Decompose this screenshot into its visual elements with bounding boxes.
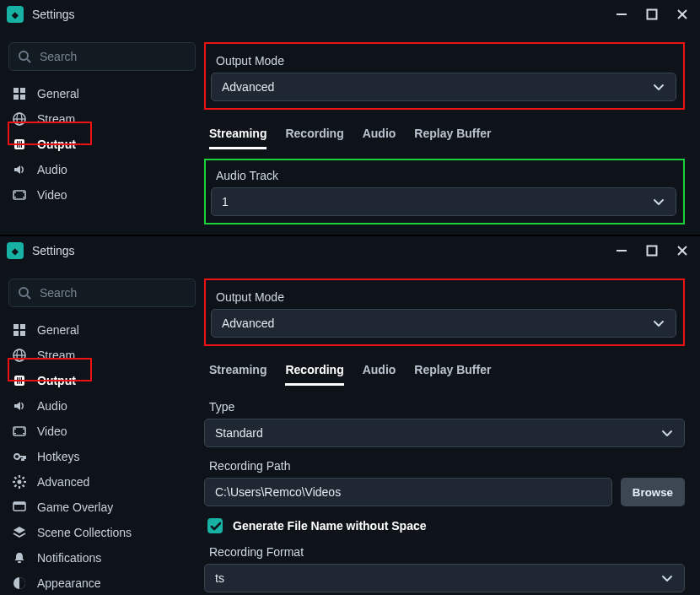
output-tabs: Streaming Recording Audio Replay Buffer — [204, 358, 685, 387]
audio-track-select[interactable]: 1 — [211, 187, 676, 216]
grid-icon — [12, 86, 27, 101]
browse-button[interactable]: Browse — [621, 478, 685, 506]
sidebar-item-label: Notifications — [37, 551, 101, 565]
sidebar-item-label: Game Overlay — [37, 500, 113, 514]
highlight-output-mode: Output Mode Advanced — [204, 42, 685, 110]
chevron-down-icon — [652, 195, 665, 208]
recording-format-value: ts — [215, 571, 224, 585]
window-title: Settings — [32, 8, 614, 21]
sidebar-item-scene-collections[interactable]: Scene Collections — [8, 520, 196, 545]
titlebar: ◆ Settings — [0, 0, 700, 29]
sidebar-item-label: Hotkeys — [37, 450, 80, 463]
recording-path-input[interactable]: C:\Users\Remco\Videos — [204, 478, 612, 506]
sidebar-item-label: Appearance — [37, 576, 101, 590]
close-button[interactable] — [675, 7, 690, 22]
bell-icon — [12, 550, 27, 565]
audio-track-label: Audio Track — [211, 164, 676, 187]
speaker-icon — [12, 398, 27, 414]
type-label: Type — [204, 395, 685, 419]
generate-filename-checkbox[interactable] — [207, 518, 223, 533]
sidebar-item-label: Audio — [37, 399, 67, 413]
gear-icon — [12, 474, 27, 490]
main-panel: Output Mode Advanced Streaming Recording… — [204, 265, 700, 595]
grid-icon — [12, 322, 27, 338]
sidebar-item-audio[interactable]: Audio — [8, 157, 196, 182]
film-icon — [12, 187, 27, 203]
sidebar-item-label: General — [37, 87, 79, 100]
maximize-button[interactable] — [644, 243, 660, 258]
type-value: Standard — [215, 426, 263, 440]
tab-audio[interactable]: Audio — [363, 363, 396, 386]
sidebar-item-game-overlay[interactable]: Game Overlay — [8, 495, 196, 520]
sidebar-item-appearance[interactable]: Appearance — [8, 571, 196, 595]
sidebar-item-label: Advanced — [37, 475, 89, 489]
sidebar-item-advanced[interactable]: Advanced — [8, 469, 196, 495]
minimize-button[interactable] — [614, 7, 629, 22]
tab-audio[interactable]: Audio — [363, 127, 396, 149]
sidebar-item-video[interactable]: Video — [8, 182, 196, 208]
tab-streaming[interactable]: Streaming — [209, 363, 267, 386]
output-mode-select[interactable]: Advanced — [211, 309, 676, 338]
recording-path-label: Recording Path — [204, 454, 685, 478]
close-button[interactable] — [675, 243, 690, 258]
tab-recording[interactable]: Recording — [285, 127, 343, 149]
highlight-output-mode: Output Mode Advanced — [204, 279, 685, 346]
minimize-button[interactable] — [614, 243, 629, 258]
output-mode-label: Output Mode — [211, 285, 676, 309]
output-mode-select[interactable]: Advanced — [211, 73, 676, 101]
output-tabs: Streaming Recording Audio Replay Buffer — [204, 122, 685, 150]
chevron-down-icon — [652, 80, 665, 94]
sidebar-item-general[interactable]: General — [8, 81, 196, 106]
output-icon — [12, 373, 27, 388]
tab-replay-buffer[interactable]: Replay Buffer — [414, 363, 491, 386]
chevron-down-icon — [660, 426, 674, 440]
sidebar-item-label: Output — [37, 374, 76, 387]
titlebar: ◆ Settings — [0, 236, 700, 265]
appearance-icon — [12, 576, 27, 591]
speaker-icon — [12, 162, 27, 177]
search-input[interactable] — [8, 42, 196, 71]
recording-format-select[interactable]: ts — [204, 564, 685, 592]
overlay-icon — [12, 500, 27, 515]
output-mode-value: Advanced — [222, 80, 274, 94]
main-panel: Output Mode Advanced Streaming Recording… — [204, 29, 700, 235]
sidebar-item-label: Stream — [37, 112, 75, 126]
app-icon: ◆ — [7, 6, 24, 23]
sidebar-item-hotkeys[interactable]: Hotkeys — [8, 444, 196, 469]
sidebar-item-label: Stream — [37, 349, 75, 362]
search-icon — [18, 286, 31, 300]
tab-recording[interactable]: Recording — [285, 363, 343, 386]
sidebar-item-label: Output — [37, 138, 76, 151]
tab-replay-buffer[interactable]: Replay Buffer — [414, 127, 491, 149]
layers-icon — [12, 525, 27, 540]
tab-streaming[interactable]: Streaming — [209, 127, 267, 149]
search-field[interactable] — [40, 286, 186, 300]
globe-icon — [12, 348, 27, 363]
maximize-button[interactable] — [644, 7, 660, 22]
output-mode-label: Output Mode — [211, 49, 676, 73]
search-input[interactable] — [8, 279, 196, 307]
sidebar-item-label: Audio — [37, 163, 67, 176]
sidebar-item-output[interactable]: Output — [8, 132, 196, 157]
sidebar-item-video[interactable]: Video — [8, 419, 196, 444]
sidebar-item-general[interactable]: General — [8, 317, 196, 343]
sidebar-item-stream[interactable]: Stream — [8, 106, 196, 132]
sidebar-item-label: Video — [37, 425, 67, 438]
window-title: Settings — [32, 244, 614, 257]
sidebar-item-notifications[interactable]: Notifications — [8, 545, 196, 571]
sidebar-item-label: Scene Collections — [37, 526, 132, 539]
sidebar-item-stream[interactable]: Stream — [8, 343, 196, 368]
settings-window-bottom: ◆ Settings General Stream Output Audio V… — [0, 236, 700, 595]
type-select[interactable]: Standard — [204, 419, 685, 447]
globe-icon — [12, 111, 27, 127]
sidebar-item-output[interactable]: Output — [8, 368, 196, 393]
sidebar-item-label: General — [37, 323, 79, 337]
chevron-down-icon — [652, 316, 665, 330]
search-field[interactable] — [40, 50, 186, 63]
sidebar-item-label: Video — [37, 188, 67, 202]
sidebar: General Stream Output Audio Video — [0, 29, 204, 235]
search-icon — [18, 50, 31, 63]
generate-filename-label: Generate File Name without Space — [233, 519, 427, 533]
settings-window-top: ◆ Settings General Stream — [0, 0, 700, 235]
sidebar-item-audio[interactable]: Audio — [8, 393, 196, 419]
